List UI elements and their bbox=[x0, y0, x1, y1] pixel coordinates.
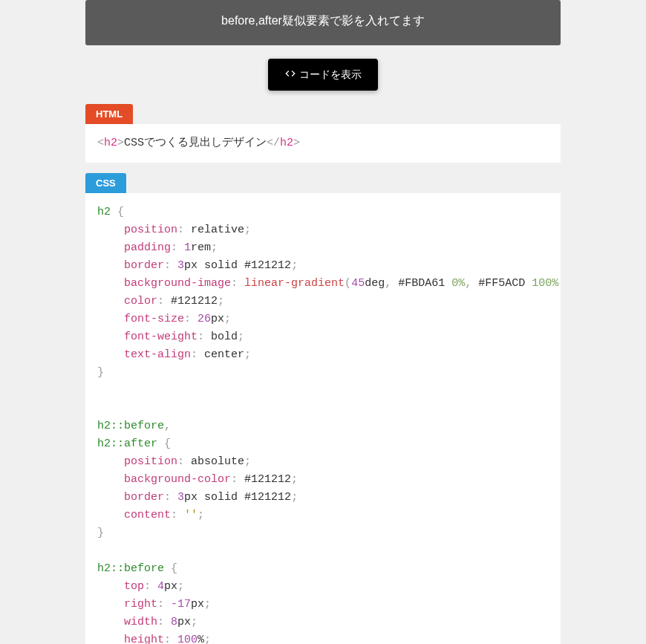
angle-close2: > bbox=[293, 137, 300, 149]
sel-after: h2::after bbox=[97, 438, 157, 450]
angle-open: < bbox=[97, 137, 104, 149]
prop: right bbox=[124, 598, 157, 611]
prop: font-weight bbox=[124, 331, 198, 343]
prop: border bbox=[124, 259, 164, 272]
prop: height bbox=[124, 634, 164, 644]
html-text: CSSでつくる見出しデザイン bbox=[124, 137, 267, 149]
banner-text: before,after疑似要素で影を入れてます bbox=[221, 14, 425, 27]
tab-css: CSS bbox=[85, 173, 126, 193]
prop: border bbox=[124, 491, 164, 504]
html-section: HTML <h2>CSSでつくる見出しデザイン</h2> bbox=[85, 104, 561, 163]
prop: width bbox=[124, 616, 157, 628]
description-banner: before,after疑似要素で影を入れてます bbox=[85, 0, 561, 45]
css-section: CSS h2 { position: relative; padding: 1r… bbox=[85, 173, 561, 644]
sel-before2: h2::before bbox=[97, 562, 164, 575]
show-code-label: コードを表示 bbox=[299, 68, 362, 82]
prop: position bbox=[124, 455, 177, 468]
prop: content bbox=[124, 509, 171, 521]
prop: position bbox=[124, 224, 177, 236]
html-code-block: <h2>CSSでつくる見出しデザイン</h2> bbox=[85, 124, 561, 163]
prop: background-image bbox=[124, 277, 231, 290]
show-code-wrapper: コードを表示 bbox=[85, 59, 561, 91]
prop: top bbox=[124, 580, 144, 593]
prop: color bbox=[124, 295, 157, 308]
tag-open: h2 bbox=[104, 137, 117, 149]
css-code-block: h2 { position: relative; padding: 1rem; … bbox=[85, 193, 561, 644]
code-icon bbox=[284, 68, 296, 82]
sel-h2: h2 bbox=[97, 206, 111, 218]
angle-close: > bbox=[117, 137, 124, 149]
prop: text-align bbox=[124, 348, 191, 361]
sel-before: h2::before bbox=[97, 420, 164, 432]
prop: padding bbox=[124, 241, 171, 254]
show-code-button[interactable]: コードを表示 bbox=[268, 59, 378, 91]
angle-open-slash: </ bbox=[267, 137, 280, 149]
prop: font-size bbox=[124, 313, 184, 325]
tab-html: HTML bbox=[85, 104, 133, 124]
tag-close: h2 bbox=[280, 137, 293, 149]
prop: background-color bbox=[124, 473, 231, 486]
